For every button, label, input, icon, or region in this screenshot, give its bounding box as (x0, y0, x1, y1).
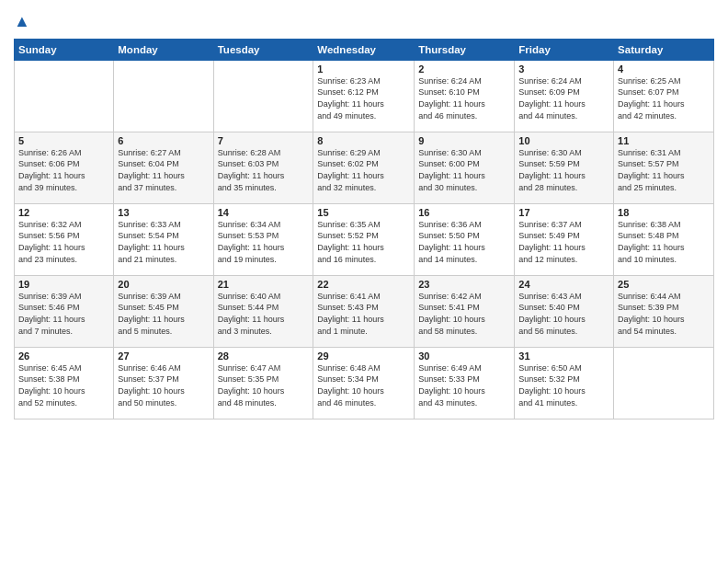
day-number: 9 (418, 135, 510, 146)
day-cell: 16Sunrise: 6:36 AM Sunset: 5:50 PM Dayli… (415, 203, 515, 275)
day-cell: 27Sunrise: 6:46 AM Sunset: 5:37 PM Dayli… (114, 347, 213, 419)
day-info: Sunrise: 6:42 AM Sunset: 5:41 PM Dayligh… (418, 291, 510, 337)
day-cell: 11Sunrise: 6:31 AM Sunset: 5:57 PM Dayli… (614, 132, 714, 203)
day-number: 3 (518, 63, 609, 75)
day-info: Sunrise: 6:47 AM Sunset: 5:35 PM Dayligh… (218, 362, 310, 408)
day-info: Sunrise: 6:24 AM Sunset: 6:10 PM Dayligh… (418, 75, 510, 121)
day-info: Sunrise: 6:33 AM Sunset: 5:54 PM Dayligh… (118, 219, 209, 265)
day-number: 15 (317, 207, 410, 218)
day-number: 7 (218, 135, 310, 146)
day-cell (15, 60, 114, 132)
day-info: Sunrise: 6:32 AM Sunset: 5:56 PM Dayligh… (18, 219, 109, 265)
day-cell: 4Sunrise: 6:25 AM Sunset: 6:07 PM Daylig… (614, 60, 714, 132)
day-number: 27 (118, 350, 209, 362)
day-cell: 3Sunrise: 6:24 AM Sunset: 6:09 PM Daylig… (515, 60, 614, 132)
day-number: 16 (418, 207, 510, 218)
day-info: Sunrise: 6:49 AM Sunset: 5:33 PM Dayligh… (418, 362, 510, 408)
day-cell: 2Sunrise: 6:24 AM Sunset: 6:10 PM Daylig… (415, 60, 515, 132)
day-number: 31 (518, 350, 609, 362)
logo: ▲ (14, 13, 30, 31)
day-cell: 14Sunrise: 6:34 AM Sunset: 5:53 PM Dayli… (213, 203, 313, 275)
header: ▲ (14, 9, 714, 31)
day-cell (114, 60, 213, 132)
day-cell: 17Sunrise: 6:37 AM Sunset: 5:49 PM Dayli… (515, 203, 614, 275)
day-number: 22 (317, 279, 410, 290)
day-info: Sunrise: 6:37 AM Sunset: 5:49 PM Dayligh… (518, 219, 609, 265)
day-number: 14 (218, 207, 310, 218)
day-number: 21 (218, 279, 310, 290)
day-cell: 22Sunrise: 6:41 AM Sunset: 5:43 PM Dayli… (313, 275, 415, 347)
logo-text: ▲ (14, 13, 30, 31)
day-info: Sunrise: 6:25 AM Sunset: 6:07 PM Dayligh… (618, 75, 710, 121)
day-number: 25 (618, 279, 710, 290)
day-number: 17 (518, 207, 609, 218)
week-row-1: 1Sunrise: 6:23 AM Sunset: 6:12 PM Daylig… (15, 60, 714, 132)
day-number: 29 (317, 350, 410, 362)
day-cell: 30Sunrise: 6:49 AM Sunset: 5:33 PM Dayli… (415, 347, 515, 419)
day-info: Sunrise: 6:27 AM Sunset: 6:04 PM Dayligh… (118, 147, 209, 193)
weekday-header-tuesday: Tuesday (213, 39, 313, 60)
weekday-header-saturday: Saturday (614, 39, 714, 60)
day-cell (213, 60, 313, 132)
day-number: 13 (118, 207, 209, 218)
day-cell: 19Sunrise: 6:39 AM Sunset: 5:46 PM Dayli… (15, 275, 114, 347)
day-cell: 6Sunrise: 6:27 AM Sunset: 6:04 PM Daylig… (114, 132, 213, 203)
weekday-header-row: SundayMondayTuesdayWednesdayThursdayFrid… (15, 39, 714, 60)
day-info: Sunrise: 6:26 AM Sunset: 6:06 PM Dayligh… (18, 147, 109, 193)
day-cell: 31Sunrise: 6:50 AM Sunset: 5:32 PM Dayli… (515, 347, 614, 419)
day-cell: 5Sunrise: 6:26 AM Sunset: 6:06 PM Daylig… (15, 132, 114, 203)
day-cell: 26Sunrise: 6:45 AM Sunset: 5:38 PM Dayli… (15, 347, 114, 419)
day-cell: 18Sunrise: 6:38 AM Sunset: 5:48 PM Dayli… (614, 203, 714, 275)
day-info: Sunrise: 6:44 AM Sunset: 5:39 PM Dayligh… (618, 291, 710, 337)
weekday-header-monday: Monday (114, 39, 213, 60)
day-info: Sunrise: 6:43 AM Sunset: 5:40 PM Dayligh… (518, 291, 609, 337)
day-info: Sunrise: 6:24 AM Sunset: 6:09 PM Dayligh… (518, 75, 609, 121)
day-number: 10 (518, 135, 609, 146)
day-cell: 28Sunrise: 6:47 AM Sunset: 5:35 PM Dayli… (213, 347, 313, 419)
day-info: Sunrise: 6:28 AM Sunset: 6:03 PM Dayligh… (218, 147, 310, 193)
weekday-header-sunday: Sunday (15, 39, 114, 60)
day-info: Sunrise: 6:40 AM Sunset: 5:44 PM Dayligh… (218, 291, 310, 337)
day-info: Sunrise: 6:23 AM Sunset: 6:12 PM Dayligh… (317, 75, 410, 121)
day-number: 12 (18, 207, 109, 218)
weekday-header-thursday: Thursday (415, 39, 515, 60)
weekday-header-friday: Friday (515, 39, 614, 60)
day-info: Sunrise: 6:31 AM Sunset: 5:57 PM Dayligh… (618, 147, 710, 193)
page: ▲ SundayMondayTuesdayWednesdayThursdayFr… (0, 0, 728, 563)
calendar-table: SundayMondayTuesdayWednesdayThursdayFrid… (14, 39, 714, 419)
day-info: Sunrise: 6:30 AM Sunset: 6:00 PM Dayligh… (418, 147, 510, 193)
day-cell: 20Sunrise: 6:39 AM Sunset: 5:45 PM Dayli… (114, 275, 213, 347)
day-number: 23 (418, 279, 510, 290)
day-info: Sunrise: 6:39 AM Sunset: 5:46 PM Dayligh… (18, 291, 109, 337)
day-cell: 13Sunrise: 6:33 AM Sunset: 5:54 PM Dayli… (114, 203, 213, 275)
day-number: 1 (317, 63, 410, 75)
week-row-5: 26Sunrise: 6:45 AM Sunset: 5:38 PM Dayli… (15, 347, 714, 419)
day-cell: 1Sunrise: 6:23 AM Sunset: 6:12 PM Daylig… (313, 60, 415, 132)
day-cell: 8Sunrise: 6:29 AM Sunset: 6:02 PM Daylig… (313, 132, 415, 203)
day-info: Sunrise: 6:45 AM Sunset: 5:38 PM Dayligh… (18, 362, 109, 408)
day-info: Sunrise: 6:30 AM Sunset: 5:59 PM Dayligh… (518, 147, 609, 193)
day-cell: 9Sunrise: 6:30 AM Sunset: 6:00 PM Daylig… (415, 132, 515, 203)
day-info: Sunrise: 6:46 AM Sunset: 5:37 PM Dayligh… (118, 362, 209, 408)
day-number: 28 (218, 350, 310, 362)
day-number: 30 (418, 350, 510, 362)
day-number: 24 (518, 279, 609, 290)
day-cell: 12Sunrise: 6:32 AM Sunset: 5:56 PM Dayli… (15, 203, 114, 275)
day-number: 4 (618, 63, 710, 75)
day-cell (614, 347, 714, 419)
week-row-3: 12Sunrise: 6:32 AM Sunset: 5:56 PM Dayli… (15, 203, 714, 275)
day-number: 2 (418, 63, 510, 75)
day-number: 18 (618, 207, 710, 218)
day-number: 20 (118, 279, 209, 290)
day-cell: 25Sunrise: 6:44 AM Sunset: 5:39 PM Dayli… (614, 275, 714, 347)
day-info: Sunrise: 6:36 AM Sunset: 5:50 PM Dayligh… (418, 219, 510, 265)
day-cell: 24Sunrise: 6:43 AM Sunset: 5:40 PM Dayli… (515, 275, 614, 347)
day-info: Sunrise: 6:48 AM Sunset: 5:34 PM Dayligh… (317, 362, 410, 408)
day-cell: 29Sunrise: 6:48 AM Sunset: 5:34 PM Dayli… (313, 347, 415, 419)
day-number: 5 (18, 135, 109, 146)
day-number: 8 (317, 135, 410, 146)
logo-blue-icon: ▲ (14, 12, 30, 30)
day-number: 19 (18, 279, 109, 290)
day-info: Sunrise: 6:41 AM Sunset: 5:43 PM Dayligh… (317, 291, 410, 337)
day-number: 6 (118, 135, 209, 146)
